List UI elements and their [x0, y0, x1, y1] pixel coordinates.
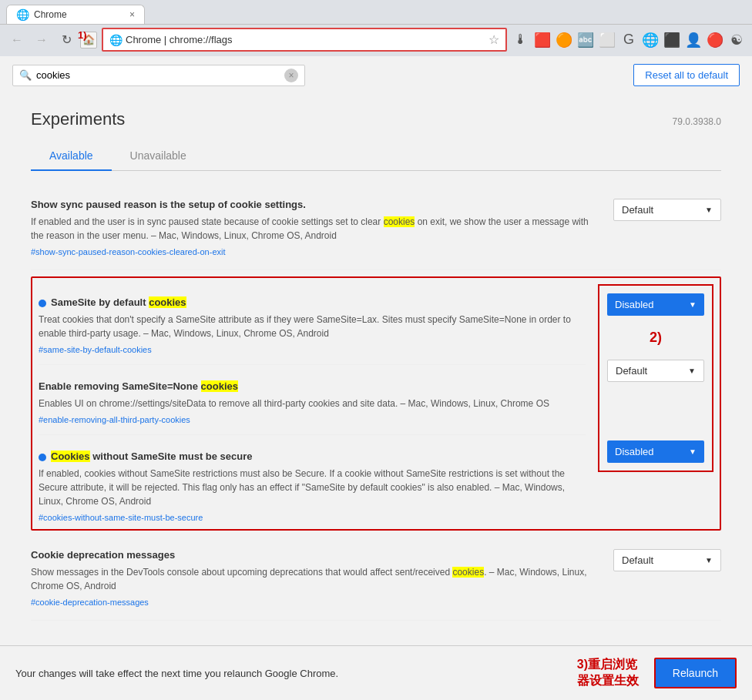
- experiment-body: Show sync paused reason is the setup of …: [31, 199, 613, 257]
- experiment-body: SameSite by default cookies Treat cookie…: [39, 296, 586, 355]
- default-dropdown[interactable]: Default ▼: [613, 199, 721, 221]
- dropdown-value: Default: [622, 554, 653, 566]
- back-button[interactable]: ←: [6, 29, 28, 51]
- extension-icon-8[interactable]: ⬛: [663, 31, 681, 49]
- search-input[interactable]: [36, 69, 280, 81]
- tabs-row: Available Unavailable: [31, 142, 721, 171]
- cookies-secure-dropdown[interactable]: Disabled ▼: [607, 440, 704, 463]
- extension-icon-5[interactable]: ⬜: [598, 31, 616, 49]
- security-icon: 🌐: [109, 34, 123, 46]
- page-content: Experiments 79.0.3938.0 Available Unavai…: [0, 94, 752, 636]
- extension-icon-1[interactable]: 🌡: [512, 31, 530, 49]
- bottom-bar: Your changes will take effect the next t…: [0, 645, 752, 672]
- experiment-sync-paused: Show sync paused reason is the setup of …: [31, 186, 721, 270]
- extension-icon-2[interactable]: 🟥: [533, 31, 552, 49]
- extension-icon-3[interactable]: 🟠: [555, 31, 573, 49]
- address-text: Chrome | chrome://flags: [126, 34, 485, 45]
- dropdown-value: Disabled: [615, 446, 654, 457]
- dropdown-arrow-icon: ▼: [705, 206, 713, 214]
- forward-button[interactable]: →: [31, 29, 52, 51]
- experiment-link[interactable]: #enable-removing-all-third-party-cookies: [39, 415, 190, 424]
- search-icon: 🔍: [19, 69, 32, 81]
- experiment-desc: Show messages in the DevTools console ab…: [31, 565, 598, 593]
- tab-close-button[interactable]: ×: [129, 9, 135, 20]
- experiment-link[interactable]: #cookies-without-same-site-must-be-secur…: [39, 513, 203, 522]
- dropdown-wrap: Default ▼: [613, 549, 721, 571]
- bottom-message: Your changes will take effect the next t…: [15, 668, 338, 672]
- extension-icon-10[interactable]: ☯: [727, 31, 746, 49]
- samesite-default-dropdown[interactable]: Disabled ▼: [607, 293, 704, 316]
- version-label: 79.0.3938.0: [673, 116, 721, 127]
- tab-available[interactable]: Available: [31, 142, 112, 171]
- address-bar[interactable]: 🌐 Chrome | chrome://flags ☆: [102, 28, 507, 52]
- red-section-dropdowns: Disabled ▼ 2) Default ▼ Disabled ▼: [598, 284, 713, 472]
- flags-page: 🔍 × Reset all to default Experiments 79.…: [0, 56, 752, 672]
- nav-buttons: ← → ↻ 1) 🏠: [6, 29, 97, 51]
- dropdown-arrow-icon: ▼: [689, 300, 697, 309]
- browser-toolbar: 🌐 Chrome ×: [0, 0, 752, 25]
- experiment-deprecation: Cookie deprecation messages Show message…: [31, 537, 721, 621]
- experiment-samesite-default: SameSite by default cookies Treat cookie…: [39, 284, 586, 365]
- dropdown-value: Disabled: [615, 299, 654, 310]
- dropdown-arrow-icon: ▼: [688, 367, 696, 375]
- deprecation-dropdown[interactable]: Default ▼: [613, 549, 721, 571]
- experiment-cookies-secure: Cookies without SameSite must be secure …: [39, 438, 586, 523]
- highlight-cookies: cookies: [384, 216, 415, 227]
- experiment-body: Cookie deprecation messages Show message…: [31, 549, 613, 608]
- dropdown-value: Default: [616, 365, 647, 377]
- samesite-none-dropdown[interactable]: Default ▼: [607, 360, 704, 382]
- status-dot: [39, 300, 46, 307]
- highlight-cookies: cookies: [149, 296, 186, 308]
- tab-favicon: 🌐: [16, 8, 29, 21]
- extension-icon-4[interactable]: 🔤: [576, 31, 595, 49]
- tab-unavailable[interactable]: Unavailable: [112, 142, 205, 171]
- experiment-title: SameSite by default cookies: [39, 296, 586, 308]
- experiment-link[interactable]: #show-sync-paused-reason-cookies-cleared…: [31, 247, 226, 256]
- experiment-samesite-none: Enable removing SameSite=None cookies En…: [39, 368, 586, 435]
- bottom-right: 3)重启浏览器设置生效 Relaunch: [577, 657, 737, 672]
- experiment-desc: Treat cookies that don't specify a SameS…: [39, 313, 586, 340]
- experiment-title: Show sync paused reason is the setup of …: [31, 199, 598, 210]
- extension-icon-7[interactable]: 🌐: [641, 31, 660, 49]
- status-dot: [39, 454, 46, 461]
- reset-all-button[interactable]: Reset all to default: [633, 64, 740, 86]
- page-header: Experiments 79.0.3938.0: [31, 94, 721, 142]
- experiment-title: Cookies without SameSite must be secure: [39, 450, 586, 462]
- active-tab[interactable]: 🌐 Chrome ×: [6, 5, 145, 24]
- extension-icon-6[interactable]: G: [619, 31, 638, 49]
- highlight-cookies: cookies: [452, 567, 484, 578]
- dropdown-wrap: Default ▼: [613, 199, 721, 221]
- annotation-2: 2): [607, 322, 704, 353]
- experiment-title: Enable removing SameSite=None cookies: [39, 380, 586, 392]
- experiment-link[interactable]: #cookie-deprecation-messages: [31, 598, 149, 607]
- toolbar-icons: 🌡 🟥 🟠 🔤 ⬜ G 🌐 ⬛ 👤 🔴 ☯: [512, 31, 746, 49]
- page-title: Experiments: [31, 109, 125, 129]
- dropdown-arrow-icon: ▼: [705, 556, 713, 564]
- tab-title: Chrome: [34, 9, 67, 20]
- dropdown-value: Default: [622, 204, 653, 216]
- home-button[interactable]: 1) 🏠: [80, 32, 97, 49]
- annotation-3: 3)重启浏览器设置生效: [577, 657, 639, 672]
- search-bar-row: 🔍 × Reset all to default: [0, 56, 752, 94]
- extension-icon-9[interactable]: 🔴: [706, 31, 724, 49]
- clear-search-button[interactable]: ×: [284, 69, 298, 82]
- red-section-experiments: SameSite by default cookies Treat cookie…: [39, 284, 586, 523]
- profile-icon[interactable]: 👤: [684, 31, 703, 49]
- experiment-body: Cookies without SameSite must be secure …: [39, 450, 586, 523]
- bookmark-icon[interactable]: ☆: [488, 32, 499, 47]
- experiment-desc: If enabled, cookies without SameSite res…: [39, 467, 586, 508]
- relaunch-button[interactable]: Relaunch: [654, 658, 737, 672]
- experiment-desc: Enables UI on chrome://settings/siteData…: [39, 397, 586, 410]
- dropdown-arrow-icon: ▼: [689, 447, 697, 456]
- reload-button[interactable]: ↻: [55, 29, 77, 51]
- search-wrap: 🔍 ×: [12, 65, 305, 86]
- experiment-desc: If enabled and the user is in sync pause…: [31, 215, 598, 243]
- address-bar-row: ← → ↻ 1) 🏠 🌐 Chrome | chrome://flags ☆ 🌡…: [0, 25, 752, 56]
- red-flagged-section: SameSite by default cookies Treat cookie…: [31, 276, 721, 531]
- annotation-1: 1): [78, 29, 87, 41]
- highlight-cookies: cookies: [201, 380, 238, 392]
- experiment-link[interactable]: #same-site-by-default-cookies: [39, 345, 152, 354]
- experiment-title: Cookie deprecation messages: [31, 549, 598, 561]
- tab-bar: 🌐 Chrome ×: [6, 5, 145, 24]
- highlight-cookies: Cookies: [51, 450, 90, 462]
